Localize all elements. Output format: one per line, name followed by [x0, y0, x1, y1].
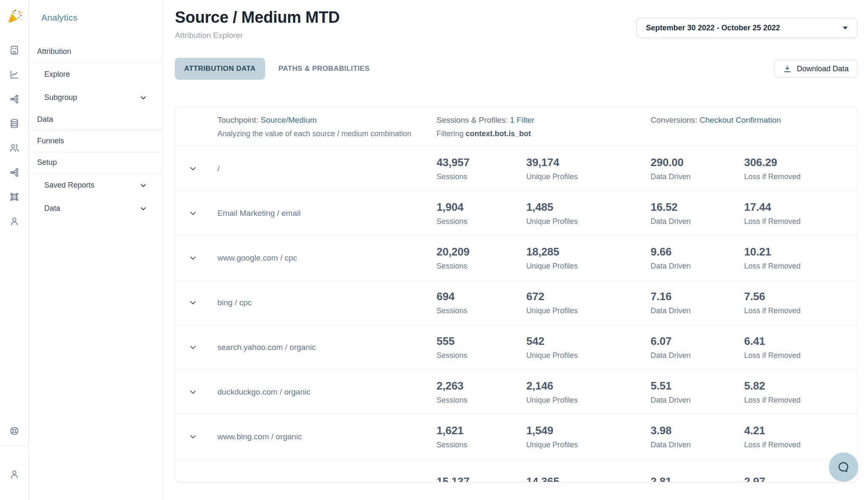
- row-expand-chevron-icon[interactable]: [175, 387, 217, 397]
- metric-data-driven: 3.98Data Driven: [651, 424, 744, 449]
- tab-paths-probabilities[interactable]: PATHS & PROBABILITIES: [269, 58, 379, 80]
- metric-caption: Loss if Removed: [744, 351, 857, 360]
- sidebar-item-label: Subgroup: [44, 93, 77, 102]
- row-expand-chevron-icon[interactable]: [175, 209, 217, 218]
- sidebar-item-label: Data: [44, 204, 60, 213]
- globe-network-icon[interactable]: [9, 191, 20, 202]
- metric-value: 542: [526, 335, 651, 348]
- row-expand-chevron-icon[interactable]: [175, 253, 217, 263]
- row-expand-chevron-icon[interactable]: [175, 298, 217, 307]
- metric-caption: Loss if Removed: [744, 441, 857, 449]
- nav-header-attribution[interactable]: Attribution: [29, 43, 162, 63]
- row-expand-chevron-icon[interactable]: [175, 343, 217, 352]
- table-row[interactable]: bing / cpc694Sessions672Unique Profiles7…: [175, 280, 857, 325]
- row-source-medium-label: Email Marketing / email: [217, 209, 437, 218]
- metric-sessions: 43,957Sessions: [437, 156, 526, 181]
- page-header: Source / Medium MTD Attribution Explorer…: [175, 8, 857, 40]
- table-row[interactable]: duckduckgo.com / organic2,263Sessions2,1…: [175, 370, 857, 414]
- table-row[interactable]: Email Marketing / email1,904Sessions1,48…: [175, 191, 857, 236]
- nav-header-data[interactable]: Data: [29, 111, 162, 131]
- tab-attribution-data[interactable]: ATTRIBUTION DATA: [175, 58, 265, 80]
- life-buoy-icon[interactable]: [9, 425, 20, 436]
- sidebar-item-subgroup[interactable]: Subgroup: [29, 86, 162, 109]
- nav-header-setup[interactable]: Setup: [29, 154, 162, 174]
- users-icon[interactable]: [9, 142, 20, 153]
- metric-value: 2.81: [651, 475, 744, 482]
- user-profile-icon[interactable]: [9, 469, 20, 480]
- line-chart-icon[interactable]: [9, 69, 20, 80]
- nav-header-funnels[interactable]: Funnels: [29, 132, 162, 152]
- metric-unique-profiles: 18,285Unique Profiles: [526, 245, 651, 271]
- metric-loss-if-removed: 4.21Loss if Removed: [744, 424, 857, 449]
- metric-value: 5.82: [744, 379, 857, 392]
- meta-touchpoint-value[interactable]: Source/Medium: [260, 116, 316, 124]
- metric-value: 672: [526, 290, 651, 303]
- row-expand-chevron-icon[interactable]: [175, 164, 217, 173]
- metric-value: 694: [437, 290, 526, 303]
- sidebar-item-label: Saved Reports: [44, 181, 94, 190]
- metric-caption: Sessions: [437, 441, 526, 449]
- metric-unique-profiles: 542Unique Profiles: [526, 335, 651, 360]
- metric-caption: Loss if Removed: [744, 217, 857, 226]
- metric-value: 290.00: [651, 156, 744, 169]
- row-source-medium-label: bing / cpc: [217, 298, 437, 307]
- row-source-medium-label: www.bing.com / organic: [217, 432, 437, 441]
- metric-caption: Unique Profiles: [526, 441, 651, 449]
- database-icon[interactable]: [9, 118, 20, 129]
- metric-caption: Data Driven: [651, 441, 744, 449]
- user-icon[interactable]: [9, 216, 20, 227]
- chevron-down-icon: [139, 204, 147, 213]
- party-popper-logo[interactable]: [6, 8, 23, 25]
- meta-conversions-label: Conversions:: [651, 116, 697, 124]
- chat-launcher-button[interactable]: [829, 452, 858, 482]
- icon-rail: [0, 0, 29, 500]
- building-icon[interactable]: [9, 45, 20, 56]
- metric-sessions: 15,137Sessions: [437, 475, 526, 482]
- meta-conversions-value[interactable]: Checkout Confirmation: [699, 116, 781, 124]
- date-range-value: September 30 2022 - October 25 2022: [646, 24, 780, 32]
- main-content: Source / Medium MTD Attribution Explorer…: [162, 0, 868, 500]
- rail-icon-list: [9, 45, 20, 227]
- metric-value: 6.07: [651, 335, 744, 348]
- metric-data-driven: 7.16Data Driven: [651, 290, 744, 315]
- page-title: Source / Medium MTD: [175, 8, 340, 27]
- row-expand-chevron-icon[interactable]: [175, 432, 217, 441]
- metric-caption: Sessions: [437, 172, 526, 181]
- flow-tree-icon[interactable]: [9, 94, 20, 105]
- metric-unique-profiles: 1,549Unique Profiles: [526, 424, 651, 449]
- metric-value: 555: [437, 335, 526, 348]
- meta-conversions: Conversions: Checkout Confirmation: [651, 116, 857, 138]
- meta-touchpoint-label: Touchpoint:: [217, 116, 258, 124]
- caret-down-icon: [843, 27, 848, 30]
- metric-caption: Data Driven: [651, 172, 744, 181]
- metric-value: 1,621: [437, 424, 526, 437]
- metric-sessions: 694Sessions: [437, 290, 526, 315]
- meta-sessions-value[interactable]: 1 Filter: [510, 116, 534, 124]
- tab-group: ATTRIBUTION DATAPATHS & PROBABILITIES: [175, 58, 379, 80]
- download-data-button[interactable]: Download Data: [774, 60, 857, 78]
- date-range-select[interactable]: September 30 2022 - October 25 2022: [636, 18, 857, 38]
- page-subtitle: Attribution Explorer: [175, 31, 340, 40]
- metric-value: 5.51: [651, 379, 744, 392]
- app-root: Analytics AttributionExploreSubgroupData…: [0, 0, 868, 500]
- table-row[interactable]: www.google.com / cpc20,209Sessions18,285…: [175, 236, 857, 280]
- attribution-table-card: Touchpoint: Source/Medium Analyzing the …: [175, 107, 857, 482]
- nav-section-attribution: AttributionExploreSubgroup: [29, 43, 162, 109]
- table-row[interactable]: www.bing.com / organic1,621Sessions1,549…: [175, 414, 857, 459]
- download-icon: [783, 65, 792, 73]
- row-source-medium-label: search.yahoo.com / organic: [217, 343, 437, 352]
- nav-section-setup: SetupSaved ReportsData: [29, 154, 162, 220]
- metric-caption: Data Driven: [651, 262, 744, 271]
- table-row[interactable]: 15,137Sessions14,365Unique Profiles2.81D…: [175, 459, 857, 482]
- sidebar-item-saved-reports[interactable]: Saved Reports: [29, 174, 162, 197]
- metric-loss-if-removed: 17.44Loss if Removed: [744, 201, 857, 226]
- sidebar-item-explore[interactable]: Explore: [29, 63, 162, 86]
- sidebar-item-data[interactable]: Data: [29, 197, 162, 220]
- table-row[interactable]: /43,957Sessions39,174Unique Profiles290.…: [175, 146, 857, 191]
- chevron-down-icon: [139, 181, 147, 190]
- chevron-down-icon: [139, 94, 147, 102]
- flow-tree-2-icon[interactable]: [9, 167, 20, 178]
- table-row[interactable]: search.yahoo.com / organic555Sessions542…: [175, 325, 857, 370]
- metric-unique-profiles: 1,485Unique Profiles: [526, 201, 651, 226]
- meta-sessions-label: Sessions & Profiles:: [437, 116, 508, 124]
